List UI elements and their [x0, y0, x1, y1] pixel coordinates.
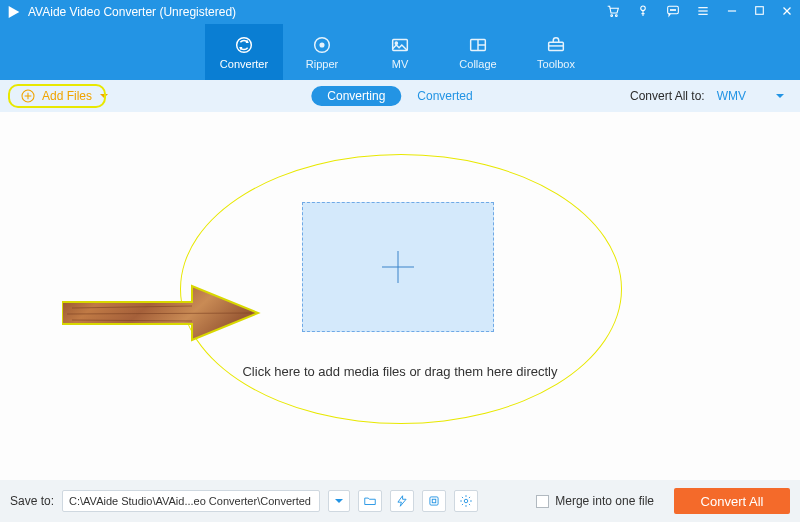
svg-point-6 [672, 9, 673, 10]
main-nav: Converter Ripper MV Collage Toolbox [0, 24, 800, 80]
nav-label: Toolbox [537, 58, 575, 70]
gpu-button[interactable] [422, 490, 446, 512]
chevron-down-icon [335, 499, 343, 503]
maximize-icon[interactable] [753, 4, 766, 20]
subtab-converting[interactable]: Converting [311, 86, 401, 106]
annotation-arrow [62, 284, 262, 342]
avaide-logo-icon [6, 4, 22, 20]
svg-rect-12 [756, 7, 764, 15]
merge-checkbox[interactable] [536, 495, 549, 508]
cart-icon[interactable] [605, 3, 621, 22]
convert-all-button[interactable]: Convert All [674, 488, 790, 514]
minimize-icon[interactable] [725, 4, 739, 21]
nav-toolbox[interactable]: Toolbox [517, 24, 595, 80]
add-files-label: Add Files [42, 89, 92, 103]
svg-line-29 [72, 306, 192, 308]
svg-point-1 [611, 14, 613, 16]
svg-marker-32 [398, 496, 406, 507]
plus-icon [382, 251, 414, 283]
output-format-value: WMV [717, 89, 746, 103]
svg-rect-33 [430, 497, 438, 505]
nav-ripper[interactable]: Ripper [283, 24, 361, 80]
svg-point-17 [320, 43, 324, 47]
nav-converter[interactable]: Converter [205, 24, 283, 80]
sub-bar: Add Files Converting Converted Convert A… [0, 80, 800, 112]
feedback-icon[interactable] [665, 3, 681, 22]
svg-marker-0 [9, 6, 20, 18]
convert-all-to-label: Convert All to: [630, 89, 705, 103]
nav-label: MV [392, 58, 409, 70]
open-folder-button[interactable] [358, 490, 382, 512]
main-area: Click here to add media files or drag th… [0, 112, 800, 480]
save-path-field[interactable]: C:\AVAide Studio\AVAid...eo Converter\Co… [62, 490, 320, 512]
flash-button[interactable] [390, 490, 414, 512]
convert-all-to: Convert All to: WMV [630, 87, 790, 105]
footer-bar: Save to: C:\AVAide Studio\AVAid...eo Con… [0, 480, 800, 522]
drop-caption: Click here to add media files or drag th… [0, 364, 800, 379]
nav-collage[interactable]: Collage [439, 24, 517, 80]
svg-point-19 [395, 42, 397, 44]
subtab-converted[interactable]: Converted [401, 86, 488, 106]
svg-point-5 [670, 9, 671, 10]
svg-point-3 [641, 6, 646, 11]
svg-point-2 [615, 14, 617, 16]
svg-point-35 [464, 499, 468, 503]
svg-line-30 [67, 313, 252, 314]
add-files-button[interactable]: Add Files [10, 85, 118, 107]
nav-label: Collage [459, 58, 496, 70]
menu-icon[interactable] [695, 3, 711, 22]
save-to-label: Save to: [10, 494, 54, 508]
title-bar: AVAide Video Converter (Unregistered) [0, 0, 800, 24]
key-icon[interactable] [635, 3, 651, 22]
svg-line-31 [72, 320, 192, 321]
merge-label: Merge into one file [555, 494, 654, 508]
merge-option[interactable]: Merge into one file [536, 494, 654, 508]
chevron-down-icon [100, 94, 108, 98]
svg-point-7 [674, 9, 675, 10]
nav-label: Converter [220, 58, 268, 70]
window-title: AVAide Video Converter (Unregistered) [28, 5, 236, 19]
save-path-dropdown[interactable] [328, 490, 350, 512]
svg-marker-28 [62, 286, 258, 340]
close-icon[interactable] [780, 4, 794, 21]
output-format-select[interactable]: WMV [711, 87, 790, 105]
sub-tabs: Converting Converted [311, 86, 488, 106]
settings-button[interactable] [454, 490, 478, 512]
svg-rect-34 [432, 499, 436, 503]
drop-zone[interactable] [302, 202, 494, 332]
nav-mv[interactable]: MV [361, 24, 439, 80]
nav-label: Ripper [306, 58, 338, 70]
chevron-down-icon [776, 94, 784, 98]
